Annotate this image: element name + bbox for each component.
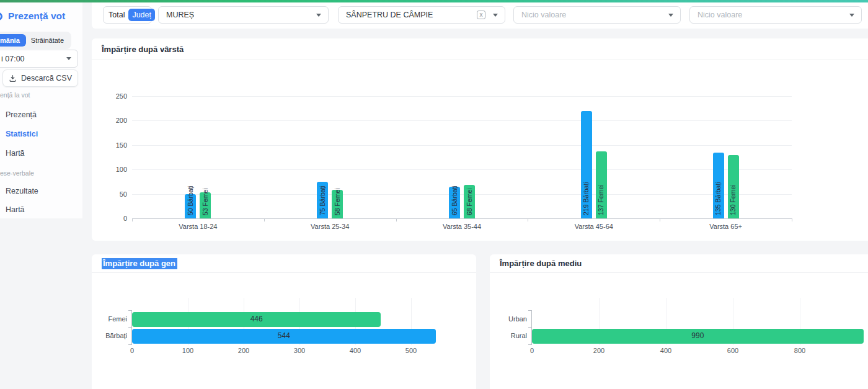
filter-bar: NIVEL JUDEȚ UAT LOCALITATE SECȚIE Total … — [92, 0, 868, 29]
nav-section-prezenta-la-vot: ență la vot — [0, 91, 30, 99]
download-icon — [9, 74, 17, 83]
y-axis-tick-label: 0 — [98, 215, 127, 222]
bar-value-label: 50 Bărbați — [187, 186, 195, 215]
environment-chart-card: Împărțire după mediu 0200400600800UrbanR… — [490, 254, 868, 389]
bar-value-label: 53 Femei — [202, 188, 210, 215]
gridline — [132, 96, 792, 97]
chevron-down-icon — [493, 14, 498, 17]
axis-tick — [528, 344, 531, 345]
sidebar-item-rezultate[interactable]: Rezultate — [6, 187, 38, 195]
time-select[interactable]: i 07:00 — [0, 50, 78, 68]
x-axis-tick-label: 200 — [593, 347, 604, 354]
axis-tick — [528, 218, 528, 221]
x-axis-tick-label: 0 — [130, 347, 134, 354]
gridline — [132, 169, 792, 170]
axis-tick — [528, 327, 531, 328]
environment-chart-plot: 0200400600800UrbanRural990 — [490, 254, 868, 389]
judet-select-value: MUREȘ — [159, 11, 194, 19]
nav-section-procese-verbale: ese-verbale — [0, 169, 34, 177]
top-accent-bar — [0, 0, 868, 2]
x-axis-category-label: Varsta 65+ — [709, 223, 742, 230]
judet-select[interactable]: MUREȘ — [158, 6, 329, 24]
download-csv-button[interactable]: Descarcă CSV — [2, 69, 78, 87]
axis-tick — [128, 310, 131, 311]
country-tabs: mânia Străinătate — [0, 32, 71, 49]
gridline — [132, 194, 792, 195]
sectie-select[interactable]: Nicio valoare — [689, 6, 862, 24]
row-label: Urban — [490, 315, 527, 323]
x-axis-tick-label: 300 — [294, 347, 305, 354]
axis-tick — [128, 327, 131, 328]
y-axis-tick-label: 250 — [98, 92, 127, 100]
x-axis-tick-label: 400 — [660, 347, 671, 354]
sidebar: Prezență vot mânia Străinătate i 07:00 D… — [0, 0, 82, 218]
gender-chart-plot: 0100200300400500Femei446Bărbați544 — [92, 254, 476, 389]
sidebar-item-statistici[interactable]: Statistici — [6, 130, 38, 138]
sidebar-item-prezenta[interactable]: Prezență — [6, 110, 37, 119]
bar-value-label: 446 — [250, 315, 263, 323]
axis-tick — [660, 218, 660, 221]
chevron-down-icon — [316, 14, 321, 17]
bar-value-label: 544 — [278, 331, 290, 340]
axis-tick — [264, 218, 265, 221]
y-axis-tick-label: 150 — [98, 141, 127, 149]
bar-value-label: 137 Femei — [597, 184, 605, 215]
sectie-select-placeholder: Nicio valoare — [690, 11, 742, 19]
x-axis-category-label: Varsta 25-34 — [311, 223, 349, 230]
sidebar-item-harta-prezenta[interactable]: Hartă — [6, 149, 25, 158]
age-chart-card: Împărțire după vârstă 050100150200250Var… — [92, 38, 868, 241]
chevron-down-icon — [66, 57, 71, 60]
y-axis-tick-label: 100 — [98, 166, 127, 173]
time-select-value: i 07:00 — [1, 55, 25, 63]
chevron-down-icon — [849, 14, 854, 17]
clear-icon[interactable]: x — [477, 11, 485, 19]
nivel-toggle: Total Județ — [103, 6, 152, 24]
x-axis-tick-label: 200 — [238, 347, 249, 354]
app-logo-icon — [0, 12, 2, 20]
axis-tick — [128, 344, 131, 345]
gridline — [132, 120, 792, 121]
uat-select[interactable]: SÂNPETRU DE CÂMPIE x — [338, 6, 505, 24]
nivel-option-total[interactable]: Total — [105, 9, 128, 21]
sidebar-item-harta-rezultate[interactable]: Hartă — [6, 205, 25, 214]
gender-chart-card: Împărțire după gen 0100200300400500Femei… — [92, 254, 476, 389]
bar-value-label: 135 Bărbați — [714, 182, 722, 215]
bar-value-label: 219 Bărbați — [582, 182, 590, 215]
x-axis-tick-label: 0 — [530, 347, 534, 354]
x-axis-tick-label: 500 — [405, 347, 417, 354]
uat-select-value: SÂNPETRU DE CÂMPIE — [339, 11, 433, 19]
page: Prezență vot mânia Străinătate i 07:00 D… — [0, 0, 868, 389]
row-label: Femei — [92, 315, 127, 323]
axis-tick — [792, 218, 792, 221]
bar-value-label: 75 Bărbați — [319, 186, 327, 215]
tab-strainatate[interactable]: Străinătate — [26, 34, 69, 47]
x-axis-line — [132, 218, 792, 219]
x-axis-category-label: Varsta 35-44 — [443, 223, 481, 230]
bar-value-label: 65 Bărbați — [451, 186, 459, 215]
x-axis-tick-label: 800 — [794, 347, 805, 354]
age-chart-plot: 050100150200250Varsta 18-2450 Bărbați53 … — [92, 38, 868, 241]
y-axis-tick-label: 200 — [98, 117, 127, 124]
tab-romania[interactable]: mânia — [0, 34, 26, 47]
y-axis-tick-label: 50 — [98, 190, 127, 198]
chevron-down-icon — [668, 14, 673, 17]
axis-tick — [396, 218, 397, 221]
localitate-select-placeholder: Nicio valoare — [514, 11, 566, 19]
axis-tick — [528, 310, 531, 311]
nivel-option-judet[interactable]: Județ — [128, 9, 155, 21]
bar-value-label: 58 Femei — [334, 188, 342, 215]
app-title: Prezență vot — [8, 11, 65, 22]
x-axis-tick-label: 100 — [182, 347, 193, 354]
gridline — [132, 145, 792, 146]
axis-tick — [132, 218, 133, 221]
x-axis-category-label: Varsta 18-24 — [179, 223, 217, 230]
x-axis-tick-label: 600 — [727, 347, 738, 354]
bar-value-label: 990 — [691, 331, 704, 340]
bar-value-label: 68 Femei — [466, 188, 474, 215]
row-label: Rural — [490, 332, 527, 339]
download-csv-label: Descarcă CSV — [21, 74, 72, 83]
x-axis-category-label: Varsta 45-64 — [575, 223, 613, 230]
localitate-select[interactable]: Nicio valoare — [513, 6, 681, 24]
row-label: Bărbați — [92, 332, 127, 339]
x-axis-tick-label: 400 — [350, 347, 361, 354]
